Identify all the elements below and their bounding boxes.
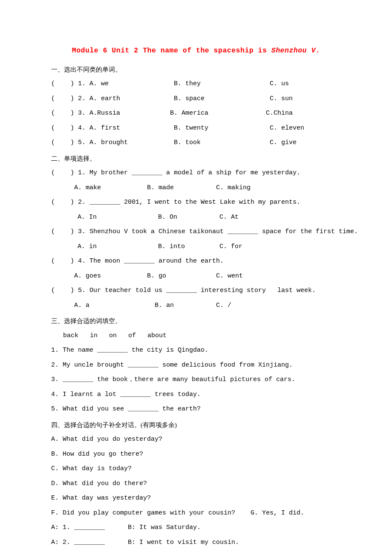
s2-q1-opts: A. make B. made C. making bbox=[51, 181, 341, 196]
s2-q3-opts: A. in B. into C. for bbox=[51, 240, 341, 254]
s2-q2-opts: A. In B. On C. At bbox=[51, 210, 341, 225]
s3-q5: 5. What did you see ________ the earth? bbox=[51, 402, 341, 417]
s3-q2: 2. My uncle brought ________ some delici… bbox=[51, 358, 341, 373]
s3-word-bank: back in on of about bbox=[51, 329, 341, 344]
s4-opt-a: A. What did you do yesterday? bbox=[51, 432, 341, 447]
s4-opt-c: C. What day is today? bbox=[51, 462, 341, 477]
s3-q1: 1. The name ________ the city is Qingdao… bbox=[51, 343, 341, 358]
section-2-header: 二、单项选择。 bbox=[51, 151, 341, 166]
s3-q4: 4. I learnt a lot ________ trees today. bbox=[51, 387, 341, 402]
s2-q2: ( ) 2. ________ 2001, I went to the West… bbox=[51, 195, 341, 210]
s2-q5-opts: A. a B. an C. / bbox=[51, 298, 341, 313]
s1-q2: ( ) 2. A. earth B. space C. sun bbox=[51, 92, 341, 107]
s1-q4: ( ) 4. A. first B. twenty C. eleven bbox=[51, 121, 341, 136]
page-title: Module 6 Unit 2 The name of the spaceshi… bbox=[51, 43, 341, 59]
s4-opt-d: D. What did you do there? bbox=[51, 477, 341, 491]
s2-q4-opts: A. goes B. go C. went bbox=[51, 269, 341, 284]
s3-q3: 3. ________ the book，there are many beau… bbox=[51, 373, 341, 387]
s2-q3: ( ) 3. Shenzhou V took a Chinese taikona… bbox=[51, 225, 341, 240]
s2-q1: ( ) 1. My brother ________ a model of a … bbox=[51, 166, 341, 181]
s1-q3: ( ) 3. A.Russia B. America C.China bbox=[51, 106, 341, 121]
title-suffix: . bbox=[316, 46, 320, 55]
s4-dialog-1: A: 1. ________ B: It was Saturday. bbox=[51, 520, 341, 535]
s4-opt-e: E. What day was yesterday? bbox=[51, 491, 341, 506]
section-1-header: 一、选出不同类的单词。 bbox=[51, 62, 341, 77]
s1-q1: ( ) 1. A. we B. they C. us bbox=[51, 77, 341, 92]
s4-opt-fg: F. Did you play computer games with your… bbox=[51, 506, 341, 521]
title-prefix: Module 6 Unit 2 The name of the spaceshi… bbox=[72, 46, 271, 55]
section-4-header: 四、选择合适的句子补全对话。(有两项多余) bbox=[51, 418, 341, 433]
s1-q5: ( ) 5. A. brought B. took C. give bbox=[51, 136, 341, 150]
section-3-header: 三、选择合适的词填空。 bbox=[51, 314, 341, 329]
s4-dialog-2: A: 2. ________ B: I went to visit my cou… bbox=[51, 535, 341, 550]
s2-q4: ( ) 4. The moon ________ around the eart… bbox=[51, 254, 341, 269]
s4-opt-b: B. How did you go there? bbox=[51, 447, 341, 462]
s2-q5: ( ) 5. Our teacher told us ________ inte… bbox=[51, 283, 341, 298]
title-italic: Shenzhou V bbox=[271, 46, 316, 55]
